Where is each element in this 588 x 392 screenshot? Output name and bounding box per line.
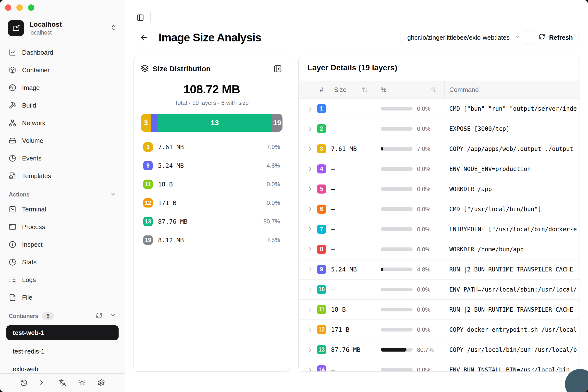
- sidebar-item-logs[interactable]: Logs: [6, 271, 118, 288]
- chevron-right-icon: [307, 146, 314, 152]
- history-button[interactable]: [18, 378, 29, 388]
- sidebar-item-process[interactable]: Process: [6, 218, 118, 236]
- layer-command: ENV BUN_INSTALL_BIN=/usr/local/bin: [445, 366, 579, 372]
- layer-command: COPY /usr/local/bin/bun /usr/local/b: [445, 346, 579, 353]
- legend-row-layer-9: 95.24 MB4.8%: [143, 160, 280, 171]
- languages-button[interactable]: [57, 378, 68, 388]
- sidebar-item-network[interactable]: Network: [6, 114, 118, 132]
- sidebar-item-templates[interactable]: Templates: [6, 167, 118, 185]
- legend-size: 18 B: [158, 181, 173, 188]
- expand-row-icon[interactable]: [307, 366, 314, 372]
- sidebar-item-build[interactable]: Build: [6, 96, 118, 114]
- terminal-button[interactable]: [38, 378, 48, 388]
- sort-percent-button[interactable]: [430, 86, 436, 93]
- layer-row-11[interactable]: 1118 B0.0%RUN |2 BUN_RUNTIME_TRANSPILER_…: [299, 300, 579, 320]
- size-distribution-card: Size Distribution 108.72 MB Total · 19 l…: [133, 56, 290, 372]
- sidebar-item-label: Network: [22, 119, 45, 127]
- layer-row-9[interactable]: 95.24 MB4.8%RUN |2 BUN_RUNTIME_TRANSPILE…: [299, 260, 579, 280]
- panel-left-icon: [137, 14, 144, 21]
- sidebar-item-image[interactable]: Image: [6, 79, 118, 96]
- layer-row-10[interactable]: 10–0.0%ENV PATH=/usr/local/sbin:/usr/loc…: [299, 280, 579, 300]
- layer-row-2[interactable]: 2–0.0%EXPOSE [3000/tcp]: [299, 119, 579, 139]
- back-button[interactable]: [138, 32, 149, 43]
- container-item-test-redis-1[interactable]: test-redis-1: [6, 342, 118, 360]
- chevron-right-icon: [307, 206, 314, 212]
- layer-row-4[interactable]: 4–0.0%ENV NODE_ENV=production: [299, 159, 579, 179]
- column-header-size: Size: [334, 86, 346, 94]
- app-window-icon: [9, 223, 16, 230]
- sidebar-item-dashboard[interactable]: Dashboard: [6, 44, 118, 61]
- layer-row-6[interactable]: 6–0.0%CMD ["/usr/local/bin/bun"]: [299, 199, 579, 219]
- sidebar-item-label: File: [22, 294, 32, 301]
- container-item-test-web-1[interactable]: test-web-1: [6, 325, 118, 340]
- layer-row-13[interactable]: 1387.76 MB80.7%COPY /usr/local/bin/bun /…: [299, 340, 579, 360]
- layer-size: –: [331, 366, 335, 372]
- expand-row-icon[interactable]: [307, 306, 314, 313]
- layer-number-badge: 1: [317, 104, 326, 113]
- expand-row-icon[interactable]: [307, 126, 314, 132]
- image-select-dropdown[interactable]: ghcr.io/zingerlittlebee/exlo-web:lates: [400, 30, 527, 45]
- expand-row-icon[interactable]: [307, 326, 314, 333]
- expand-row-icon[interactable]: [307, 286, 314, 293]
- layer-row-3[interactable]: 37.61 MB7.0%COPY /app/apps/web/.output .…: [299, 139, 579, 159]
- layer-number-badge: 11: [317, 305, 326, 314]
- sidebar-toggle-button[interactable]: [135, 12, 146, 23]
- sidebar-item-label: Dashboard: [22, 49, 53, 56]
- chevron-down-icon[interactable]: [110, 312, 116, 320]
- host-switcher[interactable]: Localhost localhost: [8, 20, 117, 36]
- layer-row-7[interactable]: 7–0.0%ENTRYPOINT ["/usr/local/bin/docker…: [299, 219, 579, 239]
- layer-row-1[interactable]: 1–0.0%CMD ["bun" "run" "output/server/in…: [299, 99, 579, 119]
- layer-number-badge: 5: [317, 184, 326, 194]
- expand-row-icon[interactable]: [307, 266, 314, 273]
- close-window-button[interactable]: [5, 4, 11, 11]
- sidebar-item-container[interactable]: Container: [6, 61, 118, 79]
- sidebar-item-volume[interactable]: Volume: [6, 132, 118, 150]
- expand-row-icon[interactable]: [307, 105, 314, 112]
- expand-row-icon[interactable]: [307, 186, 314, 192]
- collapse-panel-button[interactable]: [273, 64, 282, 74]
- layer-row-8[interactable]: 8–0.0%WORKDIR /home/bun/app: [299, 239, 579, 260]
- sun-button[interactable]: [77, 378, 87, 388]
- column-header-command: Command: [449, 86, 479, 94]
- layer-number-badge: 13: [317, 345, 326, 354]
- file-box-icon: [9, 172, 16, 180]
- layer-row-12[interactable]: 12171 B0.0%COPY docker-entrypoint.sh /us…: [299, 320, 579, 340]
- chevron-down-icon: [110, 312, 116, 318]
- sidebar-item-stats[interactable]: Stats: [6, 253, 118, 271]
- sidebar-item-inspect[interactable]: Inspect: [6, 236, 118, 253]
- sort-size-button[interactable]: [362, 86, 368, 93]
- arrow-up-down-icon: [362, 86, 368, 93]
- refresh-cw-icon: [538, 33, 545, 40]
- expand-row-icon[interactable]: [307, 166, 314, 172]
- bar-segment-layer-9: [151, 114, 158, 132]
- expand-row-icon[interactable]: [307, 206, 314, 212]
- expand-row-icon[interactable]: [307, 226, 314, 232]
- layer-size: 7.61 MB: [331, 145, 357, 152]
- layer-percent: 0.0%: [417, 126, 430, 132]
- sidebar-item-terminal[interactable]: Terminal: [6, 200, 118, 218]
- layer-row-14[interactable]: 14–0.0%ENV BUN_INSTALL_BIN=/usr/local/bi…: [299, 360, 579, 372]
- settings-icon: [98, 379, 105, 386]
- sidebar-item-label: Logs: [22, 276, 36, 284]
- minimize-window-button[interactable]: [16, 4, 23, 11]
- expand-row-icon[interactable]: [307, 146, 314, 152]
- layer-size: 5.24 MB: [331, 266, 357, 273]
- refresh-containers-icon[interactable]: [96, 312, 102, 320]
- expand-row-icon[interactable]: [307, 346, 314, 353]
- sidebar-item-label: Stats: [22, 258, 36, 266]
- page-header: Image Size Analysis ghcr.io/zingerlittle…: [125, 24, 588, 45]
- zoom-window-button[interactable]: [28, 4, 34, 11]
- settings-button[interactable]: [96, 378, 106, 388]
- refresh-icon: [538, 33, 545, 42]
- column-header-percent: %: [381, 86, 386, 94]
- refresh-button[interactable]: Refresh: [532, 30, 580, 45]
- expand-row-icon[interactable]: [307, 246, 314, 252]
- chevron-down-icon: [514, 34, 520, 40]
- sidebar-item-file[interactable]: File: [6, 288, 118, 306]
- layer-command: CMD ["bun" "run" "output/server/inde: [445, 105, 579, 112]
- layer-row-5[interactable]: 5–0.0%WORKDIR /app: [299, 179, 579, 199]
- app-window: Localhost localhost DashboardContainerIm…: [0, 0, 588, 392]
- sidebar-actions-nav: TerminalProcessInspectStatsLogsFile: [6, 200, 118, 306]
- actions-section-header[interactable]: Actions: [6, 189, 118, 200]
- sidebar-item-events[interactable]: Events: [6, 150, 118, 167]
